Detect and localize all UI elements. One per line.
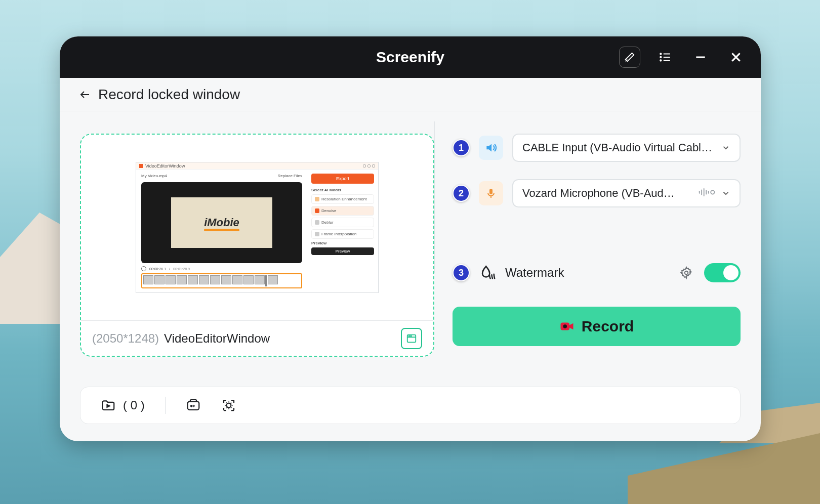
- watermark-row: 3 Watermark: [453, 263, 741, 282]
- svg-point-1: [660, 57, 661, 58]
- preview-timeline: [141, 273, 302, 288]
- titlebar-controls: [619, 47, 747, 68]
- svg-marker-26: [107, 405, 110, 407]
- preview-time-total: 00:01:28.9: [173, 267, 190, 271]
- svg-point-12: [408, 335, 409, 336]
- minimize-icon[interactable]: [690, 47, 711, 68]
- preview-replace-files: Replace Files: [278, 174, 302, 178]
- audio-output-select[interactable]: CABLE Input (VB-Audio Virtual Cabl…: [512, 134, 741, 162]
- step-badge-2: 2: [453, 185, 470, 202]
- preview-time-current: 00:00:26.1: [149, 267, 166, 271]
- watermark-toggle[interactable]: [704, 263, 741, 282]
- preview-video-player: iMobie: [141, 182, 302, 263]
- svg-point-2: [660, 60, 661, 61]
- step-badge-3: 3: [453, 264, 470, 281]
- chevron-down-icon: [721, 189, 730, 198]
- audio-level-icon: [698, 188, 716, 199]
- watermark-icon: [479, 264, 496, 281]
- captured-window-preview: VideoEditorWindow My Video.mp4 Replace F…: [136, 162, 379, 293]
- svg-point-23: [685, 271, 688, 275]
- settings-button[interactable]: [221, 398, 236, 413]
- svg-point-0: [660, 53, 661, 54]
- svg-rect-15: [489, 189, 493, 194]
- svg-point-28: [191, 405, 192, 407]
- preview-export-button: Export: [311, 174, 374, 184]
- preview-window-title: VideoEditorWindow: [145, 163, 185, 169]
- preview-filename: My Video.mp4: [141, 174, 167, 178]
- close-icon[interactable]: [725, 47, 747, 68]
- svg-point-14: [411, 335, 412, 336]
- preview-card: VideoEditorWindow My Video.mp4 Replace F…: [80, 134, 434, 357]
- app-title: Screenify: [376, 49, 444, 66]
- preview-app-icon: [139, 164, 143, 168]
- record-label: Record: [582, 318, 634, 335]
- titlebar: Screenify: [60, 36, 761, 78]
- content: VideoEditorWindow My Video.mp4 Replace F…: [60, 111, 761, 357]
- back-button[interactable]: Record locked window: [79, 87, 240, 103]
- preview-section-label: Select AI Model: [311, 188, 374, 192]
- window-name: VideoEditorWindow: [164, 331, 270, 346]
- recordings-folder-button[interactable]: ( 0 ): [101, 398, 145, 413]
- preview-area: VideoEditorWindow My Video.mp4 Replace F…: [81, 135, 433, 320]
- left-column: VideoEditorWindow My Video.mp4 Replace F…: [80, 134, 434, 357]
- watermark-label: Watermark: [505, 266, 564, 280]
- edit-icon[interactable]: [619, 47, 640, 68]
- list-icon[interactable]: [654, 47, 676, 68]
- subheader-title: Record locked window: [98, 87, 240, 103]
- app-window: Screenify Record locked window: [60, 36, 761, 441]
- right-column: 1 CABLE Input (VB-Audio Virtual Cabl… 2 …: [434, 134, 741, 357]
- window-dimensions: (2050*1248): [92, 331, 159, 346]
- microphone-icon: [479, 181, 503, 205]
- audio-output-row: 1 CABLE Input (VB-Audio Virtual Cabl…: [453, 134, 741, 162]
- step-badge-1: 1: [453, 139, 470, 156]
- media-folder-button[interactable]: [186, 398, 201, 413]
- audio-input-select[interactable]: Vozard Microphone (VB-Aud…: [512, 179, 741, 207]
- divider: [165, 397, 166, 414]
- preview-footer: (2050*1248) VideoEditorWindow: [81, 320, 433, 356]
- audio-output-value: CABLE Input (VB-Audio Virtual Cabl…: [522, 141, 716, 154]
- record-button[interactable]: Record: [453, 307, 741, 346]
- subheader: Record locked window: [60, 78, 761, 111]
- wallpaper-grass: [628, 433, 820, 504]
- recordings-count: ( 0 ): [123, 398, 145, 412]
- speaker-icon: [479, 136, 503, 160]
- preview-play-icon: [141, 266, 146, 271]
- record-icon: [559, 319, 575, 334]
- svg-point-22: [711, 190, 714, 194]
- watermark-settings-button[interactable]: [678, 264, 695, 281]
- svg-point-25: [563, 324, 567, 328]
- svg-point-29: [226, 403, 231, 408]
- audio-input-row: 2 Vozard Microphone (VB-Aud…: [453, 179, 741, 207]
- imobie-logo: iMobie: [204, 216, 239, 229]
- audio-input-value: Vozard Microphone (VB-Aud…: [522, 187, 693, 200]
- svg-point-13: [410, 335, 411, 336]
- chevron-down-icon: [721, 143, 730, 152]
- select-window-button[interactable]: [401, 328, 422, 349]
- bottom-bar: ( 0 ): [80, 387, 741, 424]
